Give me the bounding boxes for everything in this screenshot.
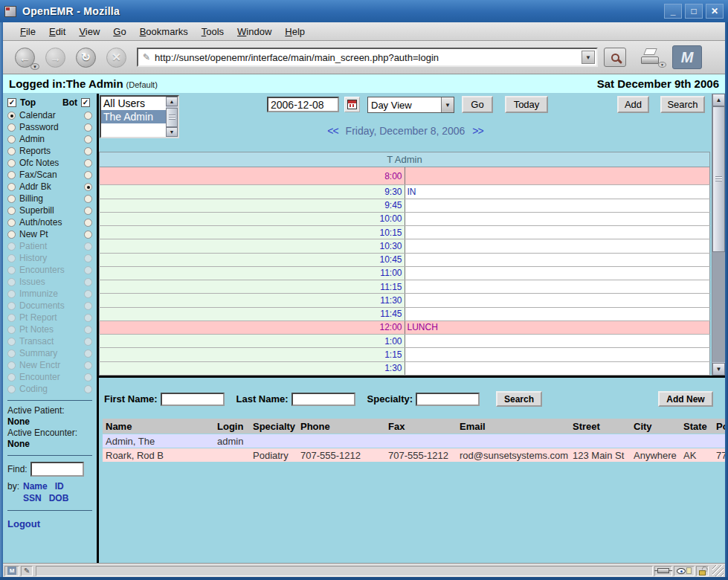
sidebar-item-label[interactable]: Transact — [19, 336, 84, 347]
top-frame-radio[interactable] — [7, 123, 16, 132]
date-picker-button[interactable] — [344, 97, 360, 112]
directory-search-button[interactable]: Search — [496, 391, 542, 407]
slot-cell[interactable] — [405, 253, 710, 266]
bottom-frame-radio[interactable] — [84, 147, 92, 155]
minimize-button[interactable]: _ — [664, 4, 682, 19]
first-name-input[interactable] — [161, 393, 225, 406]
menu-edit[interactable]: Edit — [42, 25, 72, 39]
sidebar-item-label[interactable]: Pt Report — [19, 312, 84, 323]
slot-cell[interactable] — [405, 361, 710, 375]
bottom-frame-radio[interactable] — [84, 207, 92, 215]
calendar-search-button[interactable]: Search — [660, 96, 705, 113]
back-history-dropdown[interactable]: ▼ — [30, 63, 39, 70]
bottom-frame-radio[interactable] — [84, 385, 92, 393]
chevron-down-icon[interactable]: ▼ — [441, 97, 454, 112]
sidebar-item-label[interactable]: Billing — [19, 193, 84, 204]
slot-cell[interactable] — [405, 167, 710, 185]
bottom-frame-radio[interactable] — [84, 278, 92, 286]
slot-time[interactable]: 10:30 — [100, 239, 405, 253]
sidebar-item-label[interactable]: Immunize — [19, 289, 84, 299]
top-frame-radio[interactable] — [7, 266, 16, 274]
top-frame-radio[interactable] — [7, 183, 16, 191]
prev-day-link[interactable]: << — [327, 125, 338, 137]
slot-time[interactable]: 11:15 — [100, 280, 405, 294]
scrollbar-track[interactable] — [712, 252, 725, 362]
slot-cell[interactable] — [405, 348, 710, 361]
slot-cell[interactable] — [405, 294, 710, 307]
top-frame-radio[interactable] — [7, 302, 16, 310]
last-name-input[interactable] — [291, 393, 355, 406]
find-by-id[interactable]: ID — [55, 481, 64, 492]
bottom-frame-radio[interactable] — [84, 195, 92, 203]
logout-link[interactable]: Logout — [7, 518, 40, 529]
slot-time[interactable]: 1:30 — [100, 361, 405, 375]
table-row[interactable]: Roark, Rod BPodiatry707-555-1212707-555-… — [103, 448, 728, 462]
top-frame-radio[interactable] — [7, 171, 16, 179]
slot-time[interactable]: 1:00 — [100, 335, 405, 348]
slot-cell[interactable]: LUNCH — [405, 320, 710, 334]
top-frame-radio[interactable] — [7, 147, 16, 155]
top-frame-radio[interactable] — [7, 159, 16, 167]
sidebar-item-label[interactable]: Patient — [19, 241, 84, 251]
mozilla-status-icon[interactable]: M — [4, 566, 19, 576]
component-bar-icon[interactable]: ✎ — [21, 566, 33, 576]
resize-grip[interactable] — [712, 565, 724, 576]
bottom-frame-radio[interactable] — [84, 302, 92, 310]
menu-file[interactable]: File — [13, 25, 42, 39]
bottom-frame-radio[interactable] — [84, 112, 92, 120]
online-status-icon[interactable] — [654, 566, 672, 576]
slot-time[interactable]: 11:00 — [100, 266, 405, 280]
top-frame-radio[interactable] — [7, 349, 16, 358]
bottom-frame-radio[interactable] — [84, 242, 92, 251]
top-frame-radio[interactable] — [7, 195, 16, 203]
find-by-dob[interactable]: DOB — [49, 493, 69, 503]
top-frame-radio[interactable] — [7, 361, 16, 370]
slot-cell[interactable] — [405, 335, 710, 348]
sidebar-item-label[interactable]: Encounter — [19, 372, 84, 382]
slot-time[interactable]: 11:30 — [100, 294, 405, 307]
go-button[interactable]: Go — [462, 96, 493, 113]
top-frame-radio[interactable] — [7, 385, 16, 393]
bottom-frame-radio[interactable] — [84, 254, 92, 262]
bottom-frame-radio[interactable] — [84, 373, 92, 381]
table-row[interactable]: Admin, Theadmin — [103, 434, 728, 448]
slot-time[interactable]: 10:45 — [100, 253, 405, 266]
stop-button[interactable]: ✕ — [106, 48, 126, 68]
sidebar-item-label[interactable]: Documents — [19, 300, 84, 311]
scroll-up-icon[interactable]: ▲ — [712, 94, 725, 106]
provider-list-item[interactable]: The Admin — [101, 110, 166, 123]
slot-time[interactable]: 1:15 — [100, 348, 405, 361]
bottom-frame-radio[interactable] — [84, 135, 92, 144]
sidebar-item-label[interactable]: Auth/notes — [19, 217, 84, 228]
sidebar-item-label[interactable]: Password — [19, 122, 84, 132]
slot-time[interactable]: 11:45 — [100, 307, 405, 320]
sidebar-item-label[interactable]: Addr Bk — [19, 181, 84, 192]
bot-checkbox[interactable]: ✓ — [81, 98, 90, 107]
bookmark-icon[interactable]: ✎ — [143, 52, 150, 62]
menu-help[interactable]: Help — [278, 25, 312, 39]
scroll-down-icon[interactable]: ▼ — [712, 363, 725, 376]
sidebar-item-label[interactable]: Summary — [19, 348, 84, 358]
top-frame-radio[interactable] — [7, 254, 16, 262]
calendar-scrollbar[interactable]: ▲ ▼ — [712, 94, 725, 376]
bottom-frame-radio[interactable] — [84, 314, 92, 322]
top-frame-radio[interactable] — [7, 290, 16, 298]
scrollbar-thumb[interactable] — [712, 106, 725, 252]
top-frame-radio[interactable] — [7, 219, 16, 227]
top-checkbox[interactable]: ✓ — [7, 98, 16, 107]
slot-time[interactable]: 10:15 — [100, 226, 405, 239]
top-frame-radio[interactable] — [7, 326, 16, 334]
add-new-button[interactable]: Add New — [658, 391, 713, 407]
slot-cell[interactable] — [405, 307, 710, 320]
sidebar-item-label[interactable]: Ofc Notes — [19, 158, 84, 168]
menu-tools[interactable]: Tools — [195, 25, 231, 39]
top-frame-radio[interactable] — [7, 231, 16, 239]
menu-bookmarks[interactable]: Bookmarks — [133, 25, 195, 39]
slot-cell[interactable] — [405, 266, 710, 280]
bottom-frame-radio[interactable] — [84, 219, 92, 227]
top-frame-radio[interactable] — [7, 112, 16, 120]
find-by-name[interactable]: Name — [23, 481, 48, 492]
top-frame-radio[interactable] — [7, 373, 16, 381]
slot-time[interactable]: 9:45 — [100, 199, 405, 212]
mozilla-logo[interactable]: M — [672, 45, 702, 69]
